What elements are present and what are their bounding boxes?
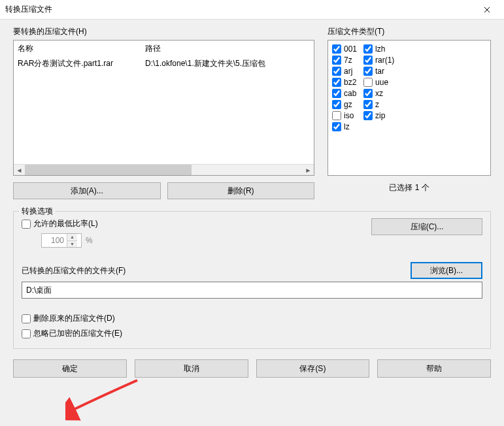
- delete-original-checkbox[interactable]: 删除原来的压缩文件(D): [22, 313, 482, 324]
- table-row[interactable]: RAR分卷测试文件.part1.rarD:\1.okfone\1.新建文件夹\5…: [16, 58, 311, 69]
- file-type-input[interactable]: [363, 100, 373, 109]
- file-type-checkbox[interactable]: iso: [332, 111, 357, 120]
- file-type-checkbox[interactable]: cab: [332, 89, 357, 98]
- browse-button[interactable]: 浏览(B)...: [411, 262, 482, 279]
- allow-ratio-checkbox[interactable]: 允许的最低比率(L): [22, 218, 98, 229]
- file-type-input[interactable]: [363, 44, 373, 54]
- dialog-window: 转换压缩文件 要转换的压缩文件(H) 名称 路径 RAR分卷测试文件.part1…: [0, 0, 504, 426]
- file-type-input[interactable]: [363, 89, 373, 98]
- file-types-list: 0017zarjbz2cabgzisolzlzhrar(1)taruuexzzz…: [328, 40, 491, 176]
- percent-label: %: [86, 236, 93, 245]
- file-type-label: lzh: [375, 44, 385, 54]
- archives-panel: 要转换的压缩文件(H) 名称 路径 RAR分卷测试文件.part1.rarD:\…: [13, 26, 314, 199]
- file-type-input[interactable]: [363, 67, 373, 76]
- scroll-right-arrow-icon[interactable]: ►: [303, 165, 314, 175]
- cell-path: D:\1.okfone\1.新建文件夹\5.压缩包: [144, 58, 311, 69]
- folder-path-input[interactable]: [22, 282, 482, 299]
- archives-label: 要转换的压缩文件(H): [13, 26, 314, 37]
- col-header-path[interactable]: 路径: [144, 43, 311, 54]
- file-type-label: iso: [344, 111, 354, 120]
- file-type-input[interactable]: [332, 44, 341, 54]
- file-type-label: 7z: [344, 56, 352, 65]
- file-type-label: rar(1): [375, 56, 394, 65]
- file-type-input[interactable]: [363, 78, 373, 87]
- allow-ratio-input[interactable]: [22, 220, 31, 229]
- options-groupbox: 转换选项 允许的最低比率(L) ▲ ▼: [13, 211, 491, 349]
- titlebar: 转换压缩文件: [0, 0, 504, 20]
- file-type-input[interactable]: [363, 56, 373, 65]
- ignore-encrypted-checkbox[interactable]: 忽略已加密的压缩文件(E): [22, 328, 482, 339]
- file-type-checkbox[interactable]: tar: [363, 67, 394, 76]
- file-type-input[interactable]: [363, 111, 373, 120]
- file-type-checkbox[interactable]: zip: [363, 111, 394, 120]
- file-type-label: xz: [375, 89, 383, 98]
- file-type-checkbox[interactable]: gz: [332, 100, 357, 109]
- file-type-label: zip: [375, 111, 385, 120]
- allow-ratio-label: 允许的最低比率(L): [33, 218, 98, 229]
- file-type-label: cab: [344, 89, 356, 98]
- file-type-label: lz: [344, 122, 350, 131]
- groupbox-title: 转换选项: [19, 206, 56, 217]
- scrollbar-thumb[interactable]: [25, 165, 192, 175]
- file-type-input[interactable]: [332, 89, 341, 98]
- scrollbar-track[interactable]: [25, 165, 303, 175]
- footer-buttons: 确定 取消 保存(S) 帮助: [13, 359, 491, 378]
- help-button[interactable]: 帮助: [377, 359, 491, 378]
- file-type-checkbox[interactable]: arj: [332, 67, 357, 76]
- horizontal-scrollbar[interactable]: ◄ ►: [14, 164, 314, 175]
- add-button[interactable]: 添加(A)...: [13, 182, 161, 199]
- remove-button[interactable]: 删除(R): [167, 182, 315, 199]
- ok-button[interactable]: 确定: [13, 359, 127, 378]
- file-type-input[interactable]: [332, 78, 341, 87]
- scroll-left-arrow-icon[interactable]: ◄: [14, 165, 25, 175]
- file-type-checkbox[interactable]: rar(1): [363, 56, 394, 65]
- selected-count: 已选择 1 个: [328, 182, 491, 193]
- spinner-up-icon[interactable]: ▲: [67, 234, 77, 241]
- checkbox-group: 删除原来的压缩文件(D) 忽略已加密的压缩文件(E): [22, 313, 482, 339]
- file-type-checkbox[interactable]: 001: [332, 44, 357, 54]
- delete-original-input[interactable]: [22, 314, 31, 323]
- file-type-input[interactable]: [332, 122, 341, 131]
- folder-label: 已转换的压缩文件的文件夹(F): [22, 265, 126, 276]
- ratio-spinner-row: ▲ ▼ %: [41, 233, 98, 248]
- file-type-input[interactable]: [332, 100, 341, 109]
- file-type-column: 0017zarjbz2cabgzisolz: [332, 44, 357, 171]
- list-header: 名称 路径: [14, 41, 314, 58]
- ratio-input[interactable]: [42, 236, 67, 245]
- file-type-checkbox[interactable]: xz: [363, 89, 394, 98]
- ignore-encrypted-input[interactable]: [22, 329, 31, 338]
- client-area: 要转换的压缩文件(H) 名称 路径 RAR分卷测试文件.part1.rarD:\…: [0, 20, 504, 426]
- file-type-checkbox[interactable]: bz2: [332, 78, 357, 87]
- file-type-input[interactable]: [332, 111, 341, 120]
- close-button[interactable]: [474, 1, 500, 19]
- delete-original-label: 删除原来的压缩文件(D): [33, 313, 115, 324]
- file-type-checkbox[interactable]: z: [363, 100, 394, 109]
- file-type-checkbox[interactable]: lzh: [363, 44, 394, 54]
- file-type-checkbox[interactable]: uue: [363, 78, 394, 87]
- types-label: 压缩文件类型(T): [328, 26, 491, 37]
- archives-list[interactable]: 名称 路径 RAR分卷测试文件.part1.rarD:\1.okfone\1.新…: [13, 40, 314, 176]
- file-type-label: gz: [344, 100, 352, 109]
- file-type-label: arj: [344, 67, 352, 76]
- ignore-encrypted-label: 忽略已加密的压缩文件(E): [33, 328, 122, 339]
- save-button[interactable]: 保存(S): [256, 359, 370, 378]
- file-type-checkbox[interactable]: 7z: [332, 56, 357, 65]
- cell-name: RAR分卷测试文件.part1.rar: [16, 58, 144, 69]
- cancel-button[interactable]: 取消: [135, 359, 248, 378]
- top-row: 要转换的压缩文件(H) 名称 路径 RAR分卷测试文件.part1.rarD:\…: [13, 26, 491, 199]
- spinner-down-icon[interactable]: ▼: [67, 241, 77, 248]
- spinner-buttons: ▲ ▼: [67, 234, 77, 247]
- options-row1: 允许的最低比率(L) ▲ ▼ % 压缩(C)...: [22, 218, 482, 248]
- file-type-label: 001: [344, 44, 357, 54]
- ratio-spinner[interactable]: ▲ ▼: [41, 233, 82, 248]
- file-type-column: lzhrar(1)taruuexzzzip: [363, 44, 394, 171]
- compress-button[interactable]: 压缩(C)...: [371, 218, 482, 235]
- file-type-label: uue: [375, 78, 388, 87]
- file-type-input[interactable]: [332, 56, 341, 65]
- file-type-input[interactable]: [332, 67, 341, 76]
- file-type-checkbox[interactable]: lz: [332, 122, 357, 131]
- options-left: 允许的最低比率(L) ▲ ▼ %: [22, 218, 98, 248]
- types-panel: 压缩文件类型(T) 0017zarjbz2cabgzisolzlzhrar(1)…: [328, 26, 491, 199]
- col-header-name[interactable]: 名称: [16, 43, 144, 54]
- close-icon: [484, 7, 490, 13]
